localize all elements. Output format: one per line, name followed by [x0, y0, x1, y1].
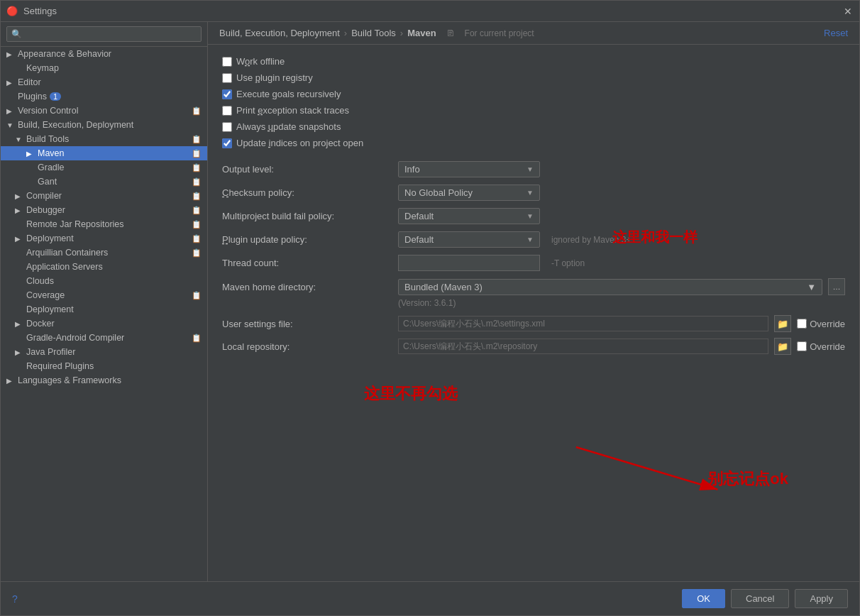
expand-arrow: ▶ — [15, 207, 23, 214]
sidebar-item-gant[interactable]: Gant 📋 — [1, 175, 207, 189]
checksum-policy-row: Checksum policy: No Global Policy ▼ — [222, 185, 845, 201]
local-repo-override-checkbox[interactable] — [797, 341, 807, 351]
work-offline-checkbox[interactable] — [222, 57, 232, 67]
sidebar-item-app-servers[interactable]: Application Servers — [1, 260, 207, 274]
local-repo-path[interactable] — [398, 339, 768, 354]
local-repo-override: Override — [797, 341, 845, 352]
breadcrumb-part2[interactable]: Build Tools — [351, 28, 396, 38]
user-settings-browse-button[interactable]: 📁 — [774, 315, 791, 332]
checksum-policy-label: Checksum policy: — [222, 187, 392, 198]
expand-arrow: ▼ — [15, 136, 23, 143]
reset-button[interactable]: Reset — [824, 28, 848, 38]
expand-arrow: ▶ — [15, 192, 23, 200]
sidebar-item-java-profiler[interactable]: ▶ Java Profiler — [1, 345, 207, 359]
checkbox-work-offline: Work offline — [222, 56, 845, 67]
sidebar-item-label: Docker — [26, 319, 55, 329]
sidebar-item-coverage[interactable]: Coverage 📋 — [1, 288, 207, 302]
sidebar-item-gradle-android[interactable]: Gradle-Android Compiler 📋 — [1, 331, 207, 345]
use-plugin-checkbox[interactable] — [222, 73, 232, 83]
maven-home-dropdown[interactable]: Bundled (Maven 3) ▼ — [398, 279, 822, 295]
sidebar-item-build-tools[interactable]: ▼ Build Tools 📋 — [1, 132, 207, 146]
breadcrumb: Build, Execution, Deployment › Build Too… — [208, 22, 859, 45]
dropdown-arrow: ▼ — [527, 189, 534, 197]
sidebar-item-required-plugins[interactable]: Required Plugins — [1, 359, 207, 373]
sidebar-tree: ▶ Appearance & Behavior Keymap ▶ Editor … — [1, 47, 207, 581]
thread-hint: -T option — [551, 258, 585, 268]
thread-count-input[interactable] — [398, 255, 540, 271]
execute-goals-checkbox[interactable] — [222, 89, 232, 99]
sidebar-item-label: Gant — [38, 177, 57, 187]
override-label: Override — [810, 319, 845, 329]
expand-arrow: ▶ — [6, 377, 15, 385]
annotation-text3: 别忘记点ok — [707, 468, 788, 490]
sidebar-item-version-control[interactable]: ▶ Version Control 📋 — [1, 104, 207, 118]
update-indices-checkbox[interactable] — [222, 138, 232, 148]
sidebar-item-appearance[interactable]: ▶ Appearance & Behavior — [1, 47, 207, 61]
titlebar-controls: ✕ — [842, 6, 854, 17]
print-exception-checkbox[interactable] — [222, 106, 232, 116]
apply-button[interactable]: Apply — [795, 589, 848, 608]
sidebar-item-gradle[interactable]: Gradle 📋 — [1, 160, 207, 175]
search-input[interactable] — [6, 26, 202, 42]
sidebar-item-editor[interactable]: ▶ Editor — [1, 75, 207, 89]
expand-arrow: ▶ — [15, 348, 23, 356]
checksum-policy-dropdown[interactable]: No Global Policy ▼ — [398, 185, 540, 201]
checksum-policy-value: No Global Policy — [404, 187, 473, 198]
sidebar-item-docker[interactable]: ▶ Docker — [1, 317, 207, 331]
sidebar-item-arquillian[interactable]: Arquillian Containers 📋 — [1, 246, 207, 260]
cancel-button[interactable]: Cancel — [731, 589, 789, 608]
user-settings-label: User settings file: — [222, 319, 392, 329]
print-exception-label: Print exception stack traces — [236, 105, 349, 116]
help-button[interactable]: ? — [12, 593, 18, 605]
always-update-checkbox[interactable] — [222, 122, 232, 132]
sidebar-item-label: Version Control — [18, 106, 78, 116]
user-settings-path[interactable] — [398, 316, 768, 331]
settings-panel: Work offline Use plugin registry Execute… — [208, 45, 859, 581]
sidebar-item-label: Java Profiler — [26, 347, 75, 357]
checkbox-plugin-registry: Use plugin registry — [222, 72, 845, 83]
thread-count-row: Thread count: -T option — [222, 255, 845, 271]
close-button[interactable]: ✕ — [842, 6, 854, 17]
sidebar-item-compiler[interactable]: ▶ Compiler 📋 — [1, 189, 207, 203]
expand-arrow: ▶ — [6, 79, 15, 87]
sidebar-item-label: Arquillian Containers — [26, 248, 108, 258]
sidebar-item-keymap[interactable]: Keymap — [1, 61, 207, 75]
multiproject-policy-dropdown[interactable]: Default ▼ — [398, 208, 540, 224]
copy-icon: 📋 — [192, 177, 202, 187]
sidebar-item-clouds[interactable]: Clouds — [1, 274, 207, 288]
titlebar: 🔴 Settings ✕ — [1, 1, 859, 22]
sidebar-item-remote-jar[interactable]: Remote Jar Repositories 📋 — [1, 217, 207, 231]
user-settings-override-checkbox[interactable] — [797, 319, 807, 329]
copy-icon: 📋 — [192, 291, 202, 300]
app-icon: 🔴 — [6, 6, 18, 17]
plugin-update-policy-dropdown[interactable]: Default ▼ — [398, 231, 540, 248]
sidebar-item-label: Gradle — [38, 163, 65, 172]
sidebar-item-debugger[interactable]: ▶ Debugger 📋 — [1, 203, 207, 217]
content-area: Build, Execution, Deployment › Build Too… — [208, 22, 859, 581]
copy-icon: 📋 — [192, 135, 202, 144]
dropdown-arrow: ▼ — [527, 165, 534, 173]
sidebar-item-build-exec[interactable]: ▼ Build, Execution, Deployment — [1, 118, 207, 132]
breadcrumb-part1[interactable]: Build, Execution, Deployment — [219, 28, 340, 38]
copy-icon: 📋 — [192, 248, 202, 258]
sidebar-item-label: Appearance & Behavior — [18, 49, 111, 59]
maven-home-browse-button[interactable]: … — [828, 278, 845, 295]
multiproject-policy-value: Default — [404, 211, 434, 221]
maven-version: (Version: 3.6.1) — [222, 298, 845, 308]
output-level-dropdown[interactable]: Info ▼ — [398, 161, 540, 177]
copy-icon: 📋 — [192, 163, 202, 172]
local-repo-browse-button[interactable]: 📁 — [774, 338, 791, 355]
ok-button[interactable]: OK — [682, 589, 725, 608]
checkbox-always-update: Always update snapshots — [222, 121, 845, 132]
sidebar-item-maven[interactable]: ▶ Maven 📋 — [1, 146, 207, 160]
sidebar-item-label: Clouds — [26, 276, 54, 286]
settings-window: 🔴 Settings ✕ ▶ Appearance & Behavior Key… — [0, 0, 860, 616]
sidebar-item-languages[interactable]: ▶ Languages & Frameworks — [1, 373, 207, 387]
checkbox-execute-goals: Execute goals recursively — [222, 89, 845, 99]
sidebar-item-plugins[interactable]: Plugins 1 — [1, 89, 207, 104]
sidebar-item-deployment2[interactable]: Deployment — [1, 302, 207, 317]
sidebar-item-deployment[interactable]: ▶ Deployment 📋 — [1, 231, 207, 246]
annotation-text1: 这里和我一样 — [612, 228, 698, 247]
copy-icon: 📋 — [192, 106, 202, 116]
sidebar-item-label: Remote Jar Repositories — [26, 219, 124, 229]
